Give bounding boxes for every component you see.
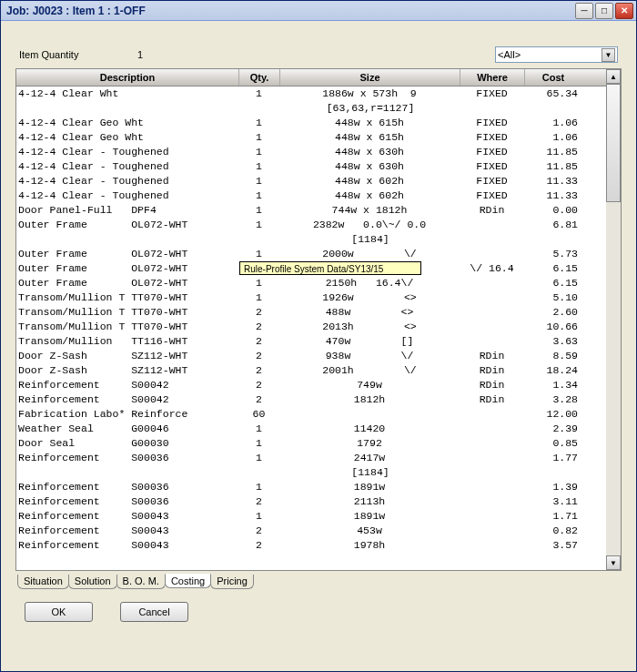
cell-qty: 1 [239,218,280,232]
cell-cost: 12.00 [525,407,581,422]
cell-qty: 1 [239,87,280,101]
table-row[interactable]: 4-12-4 Clear - Toughened1448w x 630hFIXE… [16,159,606,174]
table-row[interactable]: Reinforcement S000422749wRDin1.34 [16,378,606,392]
scroll-thumb[interactable] [606,84,621,202]
table-row[interactable]: Outer Frame OL072-WHT12382w 0.0\~/ 0.06.… [16,218,606,232]
scroll-track[interactable] [606,84,621,555]
titlebar: Job: J0023 : Item 1 : 1-OFF ─ □ ✕ [1,1,636,21]
table-row[interactable]: Transom/Mullion TT116-WHT2470w []3.63 [16,334,606,349]
table-row[interactable]: 4-12-4 Clear - Toughened1448w x 602hFIXE… [16,174,606,188]
cell-size: 2382w 0.0\~/ 0.0 [280,218,460,232]
grid-body: 4-12-4 Clear Wht11886w x 573h 9FIXED65.3… [16,87,606,570]
table-row[interactable]: Weather Seal G000461114202.39 [16,422,606,436]
col-where[interactable]: Where [460,69,525,86]
minimize-button[interactable]: ─ [575,3,593,19]
cell-cost: 11.85 [525,159,581,174]
item-quantity-label: Item Quantity [19,49,137,60]
cell-where [460,538,525,553]
table-row[interactable]: Reinforcement S0004321978h3.57 [16,538,606,553]
table-row[interactable]: Reinforcement S0004311891w1.71 [16,509,606,524]
cell-description: 4-12-4 Clear - Toughened [16,159,239,174]
cell-cost: 3.11 [525,494,581,509]
table-row[interactable]: Reinforcement S0003622113h3.11 [16,494,606,509]
cell-cost: 2.39 [525,422,581,436]
cell-description: Reinforcement S00036 [16,451,239,465]
scroll-down-icon[interactable]: ▼ [606,555,621,570]
grid-header: Description Qty. Size Where Cost [16,69,606,87]
cell-where [460,407,525,422]
cell-where: RDin [460,349,525,363]
tab-situation[interactable]: Situation [17,575,69,589]
cell-description: Outer Frame OL072-WHT [16,218,239,232]
cell-qty: 1 [239,436,280,451]
table-row[interactable]: Transom/Mullion T TT070-WHT11926w <>5.10 [16,290,606,305]
cell-where: RDin [460,203,525,218]
cell-description: Transom/Mullion T TT070-WHT [16,305,239,320]
ok-button[interactable]: OK [25,602,93,622]
button-row: OK Cancel [25,602,622,622]
col-description[interactable]: Description [16,69,239,86]
table-row[interactable]: Transom/Mullion T TT070-WHT2488w <>2.60 [16,305,606,320]
table-row[interactable]: Door Z-Sash SZ112-WHT22001h \/RDin18.24 [16,363,606,378]
tab-bom[interactable]: B. O. M. [116,575,166,589]
window-title: Job: J0023 : Item 1 : 1-OFF [6,5,575,17]
filter-combo[interactable]: <All> ▼ [495,46,618,63]
maximize-button[interactable]: □ [595,3,613,19]
table-row[interactable]: Door Panel-Full DPF41744w x 1812hRDin0.0… [16,203,606,218]
col-qty[interactable]: Qty. [239,69,280,86]
tab-solution[interactable]: Solution [68,575,117,589]
cell-cost: 3.28 [525,392,581,407]
table-row[interactable]: Outer Frame OL072-WHTRule-Profile System… [16,261,606,276]
table-row[interactable]: 4-12-4 Clear Geo Wht1448w x 615hFIXED1.0… [16,116,606,130]
table-row[interactable]: Door Seal G00030117920.85 [16,436,606,451]
table-row[interactable]: 4-12-4 Clear - Toughened1448w x 602hFIXE… [16,188,606,203]
cell-cost: 3.63 [525,334,581,349]
cell-size: 2113h [280,494,460,509]
cell-cost: 3.57 [525,538,581,553]
close-button[interactable]: ✕ [615,3,633,19]
cell-cost: 11.33 [525,188,581,203]
cell-qty: 2 [239,320,280,334]
cell-where: FIXED [460,188,525,203]
table-row[interactable]: Fabrication Labo* Reinforce6012.00 [16,407,606,422]
cell-size: 2150h 16.4\/ [280,276,460,290]
cell-cost: 0.85 [525,436,581,451]
cell-cost: 1.39 [525,480,581,494]
top-bar: Item Quantity 1 <All> ▼ [19,46,618,63]
col-size[interactable]: Size [280,69,460,86]
table-row[interactable]: 4-12-4 Clear Geo Wht1448w x 615hFIXED1.0… [16,130,606,145]
table-row[interactable]: 4-12-4 Clear Wht11886w x 573h 9FIXED65.3… [16,87,606,101]
table-row[interactable]: Reinforcement S0004221812hRDin3.28 [16,392,606,407]
cell-qty: 2 [239,524,280,538]
cell-cost: 1.06 [525,130,581,145]
cell-size: 2013h <> [280,320,460,334]
tab-pricing[interactable]: Pricing [210,575,254,589]
vertical-scrollbar[interactable]: ▲ ▼ [606,69,621,570]
cell-size: 448w x 602h [280,174,460,188]
tab-costing[interactable]: Costing [165,574,211,588]
cell-description: Reinforcement S00043 [16,538,239,553]
cell-description: Outer Frame OL072-WHT [16,261,239,276]
table-row[interactable]: Outer Frame OL072-WHT12000w \/5.73 [16,247,606,261]
table-row[interactable]: Door Z-Sash SZ112-WHT2938w \/RDin8.59 [16,349,606,363]
cell-where: \/ 16.4 [460,261,525,276]
cell-qty: 2 [239,538,280,553]
table-row[interactable]: Reinforcement S0003611891w1.39 [16,480,606,494]
table-row[interactable]: Reinforcement S0003612417w1.77 [16,451,606,465]
cell-cost: 5.73 [525,247,581,261]
table-row[interactable]: 4-12-4 Clear - Toughened1448w x 630hFIXE… [16,145,606,159]
cell-cost: 1.71 [525,509,581,524]
cell-size: 488w <> [280,305,460,320]
col-cost[interactable]: Cost [525,69,581,86]
cell-description: Transom/Mullion T TT070-WHT [16,320,239,334]
cell-description: Transom/Mullion T TT070-WHT [16,290,239,305]
cancel-button[interactable]: Cancel [120,602,188,622]
cell-qty: 1 [239,145,280,159]
cell-qty: 2 [239,363,280,378]
table-row[interactable]: Reinforcement S000432453w0.82 [16,524,606,538]
table-row[interactable]: Transom/Mullion T TT070-WHT22013h <>10.6… [16,320,606,334]
chevron-down-icon[interactable]: ▼ [602,48,615,62]
scroll-up-icon[interactable]: ▲ [606,69,621,84]
table-row[interactable]: Outer Frame OL072-WHT12150h 16.4\/6.15 [16,276,606,290]
cell-description: 4-12-4 Clear Wht [16,87,239,101]
